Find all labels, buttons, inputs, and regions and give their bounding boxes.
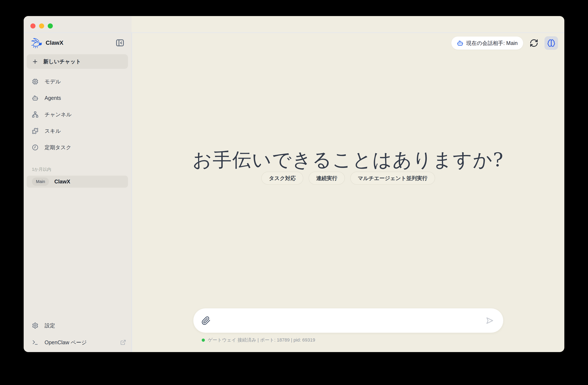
suggestion-task-support[interactable]: タスク対応: [261, 172, 303, 185]
message-input[interactable]: [210, 314, 484, 327]
message-composer[interactable]: [193, 308, 503, 333]
topbar-actions: 現在の会話相手: Main: [451, 36, 558, 50]
suggestion-continuous-run[interactable]: 連続実行: [309, 172, 345, 185]
sidebar: ClawX 新しいチャット: [24, 16, 132, 352]
refresh-icon: [529, 39, 538, 47]
brain-mode-button[interactable]: [545, 36, 558, 50]
main-area: 現在の会話相手: Main お手伝いできることはありますか? タスク対応: [132, 33, 564, 352]
external-link-icon: [120, 339, 126, 345]
sidebar-nav: モデル Agents チャンネル: [24, 75, 132, 158]
suggestion-multi-agent[interactable]: マルチエージェント並列実行: [350, 172, 435, 185]
puzzle-icon: [32, 128, 39, 134]
openclaw-page-label: OpenClaw ページ: [44, 339, 87, 346]
current-conversation-button[interactable]: 現在の会話相手: Main: [451, 36, 523, 50]
sidebar-item-label: スキル: [44, 127, 61, 134]
current-conversation-label: 現在の会話相手: Main: [466, 40, 518, 47]
new-chat-button[interactable]: 新しいチャット: [27, 54, 128, 69]
sidebar-divider: [132, 33, 132, 352]
attach-file-icon[interactable]: [201, 316, 210, 325]
gear-icon: [32, 322, 39, 329]
hero-heading: お手伝いできることはありますか?: [132, 146, 564, 174]
app-window: ClawX 新しいチャット: [24, 16, 564, 352]
agent-badge: Main: [32, 178, 49, 186]
sidebar-item-skills[interactable]: スキル: [27, 124, 128, 137]
refresh-button[interactable]: [529, 39, 539, 48]
sidebar-footer: 設定 OpenClaw ページ: [24, 319, 132, 352]
sidebar-item-channels[interactable]: チャンネル: [27, 108, 128, 121]
chip-icon: [32, 78, 39, 85]
history-section-label: 1か月以内: [32, 166, 132, 172]
close-window-button[interactable]: [30, 23, 36, 28]
zoom-window-button[interactable]: [48, 23, 53, 28]
app-title: ClawX: [46, 40, 115, 46]
new-chat-label: 新しいチャット: [43, 58, 81, 65]
robot-icon: [32, 95, 39, 101]
desktop: { "app": { "name": "ClawX", "accent_colo…: [0, 0, 588, 385]
titlebar-divider: [24, 33, 564, 33]
plus-icon: [32, 59, 38, 65]
status-dot-icon: [202, 339, 205, 342]
clock-icon: [32, 144, 39, 151]
terminal-icon: [32, 339, 39, 346]
sidebar-item-label: Agents: [44, 95, 61, 101]
collapse-sidebar-button[interactable]: [115, 38, 125, 48]
chat-title: ClawX: [54, 179, 70, 185]
sidebar-item-label: チャンネル: [44, 111, 72, 118]
sidebar-item-scheduled-tasks[interactable]: 定期タスク: [27, 141, 128, 154]
gateway-status: ゲートウェイ 接続済み | ポート: 18789 | pid: 69319: [202, 337, 315, 343]
sidebar-item-agents[interactable]: Agents: [27, 92, 128, 104]
settings-label: 設定: [44, 322, 55, 329]
lobster-logo-icon: [31, 37, 43, 49]
network-icon: [32, 111, 39, 118]
status-text: ゲートウェイ 接続済み | ポート: 18789 | pid: 69319: [208, 337, 315, 343]
robot-icon: [457, 40, 463, 46]
chat-history-item[interactable]: Main ClawX: [27, 176, 128, 188]
suggestion-pills: タスク対応 連続実行 マルチエージェント並列実行: [132, 172, 564, 185]
sidebar-item-label: モデル: [44, 78, 61, 85]
panel-collapse-icon: [115, 38, 125, 48]
brain-icon: [547, 39, 555, 47]
traffic-lights: [30, 23, 53, 28]
sidebar-header: ClawX: [31, 37, 125, 49]
sidebar-item-label: 定期タスク: [44, 144, 71, 151]
send-icon[interactable]: [484, 316, 494, 325]
sidebar-item-settings[interactable]: 設定: [27, 319, 129, 332]
sidebar-item-models[interactable]: モデル: [27, 75, 128, 88]
sidebar-item-openclaw-page[interactable]: OpenClaw ページ: [27, 336, 129, 349]
minimize-window-button[interactable]: [39, 23, 44, 28]
